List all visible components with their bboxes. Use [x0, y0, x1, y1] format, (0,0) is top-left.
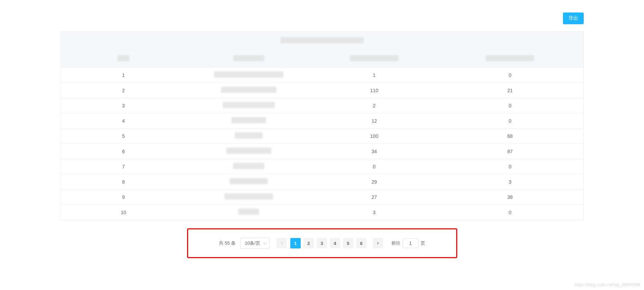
- table-cell: 34: [311, 144, 437, 159]
- table-title: [61, 32, 583, 50]
- table-cell: 38: [437, 190, 583, 205]
- next-page-button[interactable]: [373, 238, 383, 248]
- page-number-button[interactable]: 1: [290, 238, 301, 248]
- table-row: 63487: [61, 144, 583, 159]
- redacted-text: [486, 55, 534, 61]
- table-cell: [186, 83, 311, 98]
- table-cell: 0: [437, 98, 583, 113]
- redacted-text: [221, 87, 276, 93]
- table-row: 700: [61, 159, 583, 174]
- table-cell: 87: [437, 144, 583, 159]
- redacted-text: [238, 209, 259, 215]
- redacted-text: [230, 178, 268, 184]
- table-cell: 8: [61, 174, 186, 190]
- jump-suffix-label: 页: [421, 240, 425, 246]
- redacted-text: [117, 55, 129, 61]
- table-cell: 0: [437, 205, 583, 220]
- table-cell: 10: [61, 205, 186, 220]
- table-cell: 3: [61, 98, 186, 113]
- chevron-left-icon: [280, 241, 284, 245]
- table-row: 211021: [61, 83, 583, 98]
- table-row: 1030: [61, 205, 583, 220]
- table-cell: 9: [61, 190, 186, 205]
- jump-page-input[interactable]: [403, 238, 418, 248]
- table-cell: 110: [311, 83, 437, 98]
- table-cell: 1: [61, 68, 186, 83]
- table-cell: 12: [311, 113, 437, 129]
- table-cell: 3: [311, 205, 437, 220]
- table-cell: 1: [311, 68, 437, 83]
- table-cell: 21: [437, 83, 583, 98]
- table-header-cell: [437, 50, 583, 68]
- page-number-button[interactable]: 6: [356, 238, 367, 248]
- table-header-cell: [186, 50, 311, 68]
- table-cell: 4: [61, 113, 186, 129]
- table-row: 510068: [61, 129, 583, 144]
- redacted-text: [223, 102, 275, 108]
- page-number-button[interactable]: 2: [303, 238, 314, 248]
- redacted-text: [235, 132, 263, 139]
- table-cell: 29: [311, 174, 437, 190]
- table-header-cell: [61, 50, 186, 68]
- table-cell: 0: [311, 159, 437, 174]
- redacted-text: [281, 37, 364, 43]
- table-cell: [186, 113, 311, 129]
- chevron-right-icon: [376, 241, 380, 245]
- table-cell: 68: [437, 129, 583, 144]
- table-header-row: [61, 50, 583, 68]
- pagination: 共 55 条 10条/页 123456 前往 页: [187, 228, 457, 258]
- table-cell: 0: [437, 113, 583, 129]
- redacted-text: [233, 163, 264, 169]
- table-row: 320: [61, 98, 583, 113]
- table-cell: 5: [61, 129, 186, 144]
- table-cell: [186, 190, 311, 205]
- page-number-button[interactable]: 4: [330, 238, 340, 248]
- table-cell: 0: [437, 159, 583, 174]
- table-header-cell: [311, 50, 437, 68]
- table-cell: 0: [437, 68, 583, 83]
- page-number-button[interactable]: 5: [343, 238, 353, 248]
- toolbar: 导出: [61, 3, 584, 31]
- table-row: 92738: [61, 190, 583, 205]
- table-cell: 6: [61, 144, 186, 159]
- table-cell: [186, 68, 311, 83]
- redacted-text: [214, 71, 283, 78]
- redacted-text: [224, 193, 273, 200]
- page-number-button[interactable]: 3: [317, 238, 327, 248]
- table-cell: [186, 129, 311, 144]
- redacted-text: [226, 148, 271, 154]
- table-row: 8293: [61, 174, 583, 190]
- redacted-text: [231, 117, 266, 123]
- table-cell: 2: [61, 83, 186, 98]
- data-table: 1102110213204120510068634877008293927381…: [61, 31, 584, 220]
- page-size-select[interactable]: 10条/页: [240, 238, 270, 249]
- table-cell: [186, 98, 311, 113]
- table-cell: [186, 144, 311, 159]
- table-cell: 3: [437, 174, 583, 190]
- pagination-total: 共 55 条: [219, 240, 236, 246]
- redacted-text: [233, 55, 264, 61]
- table-row: 4120: [61, 113, 583, 129]
- table-cell: 2: [311, 98, 437, 113]
- table-cell: [186, 159, 311, 174]
- redacted-text: [350, 55, 398, 61]
- table-cell: 100: [311, 129, 437, 144]
- table-cell: [186, 174, 311, 190]
- jump-prefix-label: 前往: [391, 240, 400, 246]
- export-button[interactable]: 导出: [563, 12, 584, 24]
- prev-page-button[interactable]: [276, 238, 287, 248]
- table-cell: 7: [61, 159, 186, 174]
- table-cell: 27: [311, 190, 437, 205]
- table-cell: [186, 205, 311, 220]
- table-row: 110: [61, 68, 583, 83]
